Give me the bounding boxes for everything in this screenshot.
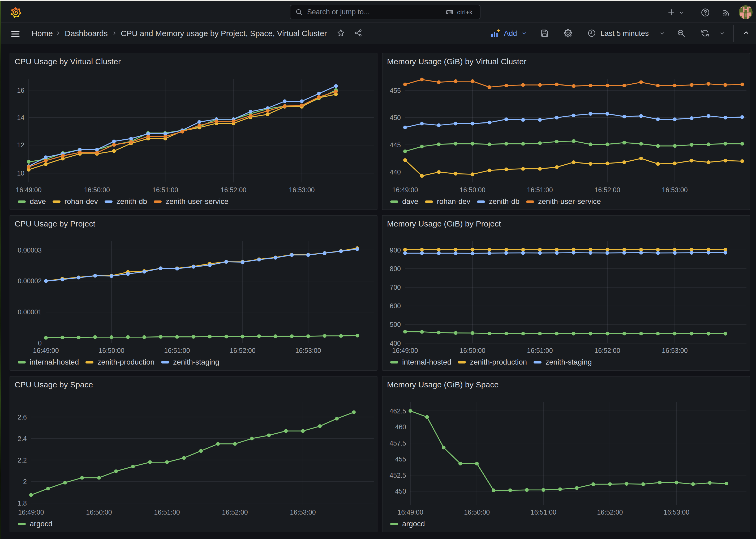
svg-text:16:53:00: 16:53:00	[662, 347, 688, 354]
svg-text:400: 400	[390, 340, 401, 347]
svg-text:0.00003: 0.00003	[18, 246, 42, 254]
svg-text:16:52:00: 16:52:00	[230, 347, 255, 354]
svg-text:16:53:00: 16:53:00	[289, 186, 314, 193]
svg-text:16:53:00: 16:53:00	[295, 347, 321, 354]
svg-text:16:52:00: 16:52:00	[594, 186, 620, 193]
svg-text:457.5: 457.5	[389, 439, 406, 447]
svg-text:500: 500	[390, 321, 401, 328]
svg-text:445: 445	[390, 141, 401, 149]
svg-text:600: 600	[390, 302, 401, 310]
svg-text:460: 460	[395, 423, 406, 431]
svg-text:16:51:00: 16:51:00	[531, 508, 556, 516]
svg-text:16:50:00: 16:50:00	[464, 508, 490, 516]
svg-text:16:52:00: 16:52:00	[597, 508, 623, 516]
svg-text:2: 2	[23, 478, 27, 485]
svg-text:16:49:00: 16:49:00	[397, 508, 423, 516]
svg-text:800: 800	[390, 265, 401, 272]
svg-text:16:51:00: 16:51:00	[154, 508, 180, 516]
svg-text:16:51:00: 16:51:00	[527, 186, 553, 193]
svg-text:16:49:00: 16:49:00	[392, 347, 418, 354]
svg-text:16: 16	[17, 87, 25, 94]
svg-text:16:53:00: 16:53:00	[662, 186, 688, 193]
svg-text:16:50:00: 16:50:00	[86, 508, 112, 516]
svg-text:452.5: 452.5	[389, 472, 406, 479]
svg-text:16:51:00: 16:51:00	[152, 186, 178, 193]
svg-text:16:49:00: 16:49:00	[16, 186, 41, 193]
svg-text:16:51:00: 16:51:00	[527, 347, 553, 354]
svg-text:462.5: 462.5	[389, 407, 406, 415]
svg-text:2.4: 2.4	[18, 435, 27, 442]
svg-text:0.00001: 0.00001	[18, 308, 42, 316]
svg-text:450: 450	[390, 114, 401, 121]
svg-text:440: 440	[390, 168, 401, 176]
svg-text:16:50:00: 16:50:00	[84, 186, 110, 193]
svg-text:16:52:00: 16:52:00	[221, 186, 246, 193]
svg-text:16:49:00: 16:49:00	[33, 347, 59, 354]
svg-text:450: 450	[395, 488, 406, 495]
svg-text:700: 700	[390, 283, 401, 291]
svg-text:455: 455	[395, 455, 406, 463]
svg-text:12: 12	[17, 141, 25, 149]
svg-text:16:49:00: 16:49:00	[18, 508, 44, 516]
svg-text:2.2: 2.2	[18, 456, 27, 464]
svg-text:16:49:00: 16:49:00	[392, 186, 418, 193]
svg-text:16:50:00: 16:50:00	[459, 186, 485, 193]
svg-text:16:52:00: 16:52:00	[594, 347, 620, 354]
svg-text:16:53:00: 16:53:00	[290, 508, 315, 516]
svg-text:0.00002: 0.00002	[18, 277, 42, 285]
svg-text:900: 900	[390, 246, 401, 254]
svg-text:10: 10	[17, 169, 25, 177]
svg-text:14: 14	[17, 114, 25, 121]
svg-text:16:50:00: 16:50:00	[99, 347, 124, 354]
svg-text:0: 0	[38, 339, 42, 347]
svg-text:2.6: 2.6	[18, 414, 27, 421]
svg-text:455: 455	[390, 87, 401, 94]
svg-text:16:50:00: 16:50:00	[459, 347, 485, 354]
svg-text:16:52:00: 16:52:00	[222, 508, 248, 516]
svg-text:16:53:00: 16:53:00	[664, 508, 689, 516]
svg-text:1.8: 1.8	[18, 500, 27, 507]
svg-text:16:51:00: 16:51:00	[164, 347, 190, 354]
